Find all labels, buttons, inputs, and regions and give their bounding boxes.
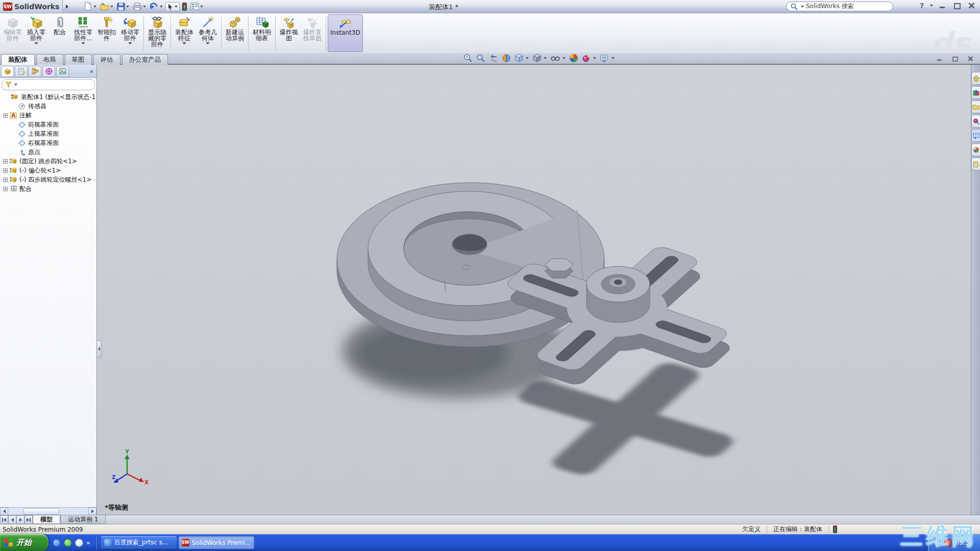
tree-item-eccentric-wheel[interactable]: + (-) 偏心轮<1> [0, 166, 96, 175]
expand-toggle[interactable]: + [3, 113, 8, 118]
ribbon-show-hidden-button[interactable]: 显示隐藏的零部件 [145, 14, 169, 52]
tree-item-geneva-wheel[interactable]: + (固定) 跳步四轮<1> [0, 157, 96, 166]
quick-launch-360-icon[interactable] [64, 539, 72, 547]
insert-component-dropdown-icon[interactable] [34, 42, 38, 44]
ribbon-insert-component-button[interactable]: 插入零部件 [24, 14, 48, 52]
ribbon-new-motion-study-button[interactable]: 新建运动算例 [223, 14, 247, 52]
previous-tab-button[interactable] [8, 515, 16, 524]
motion-study-tab[interactable]: 运动算例 1 [60, 515, 106, 524]
reference-geometry-dropdown-icon[interactable] [206, 42, 210, 44]
ribbon-reference-geometry-button[interactable]: 参考几何体 [196, 14, 219, 52]
options-dropdown-icon[interactable] [200, 6, 203, 8]
move-component-dropdown-icon[interactable] [128, 42, 132, 44]
select-dropdown-icon[interactable] [175, 6, 178, 8]
tab-layout[interactable]: 布局 [36, 54, 63, 65]
tree-horizontal-scrollbar[interactable] [0, 507, 96, 515]
save-button[interactable] [116, 2, 130, 11]
open-file-dropdown-icon[interactable] [110, 6, 113, 8]
expand-toggle[interactable]: + [3, 187, 8, 191]
status-traffic-light-icon[interactable] [833, 525, 837, 533]
ribbon-move-component-button[interactable]: 移动零部件 [118, 14, 142, 52]
taskbar-item-solidworks[interactable]: SW SolidWorks Premi... [179, 536, 254, 549]
tree-item-right-plane[interactable]: 右视基准面 [0, 138, 96, 147]
featuremanager-tab[interactable] [1, 66, 14, 77]
ribbon-exploded-view-button[interactable]: 爆炸视图 [277, 14, 301, 52]
assembly-features-dropdown-icon[interactable] [182, 42, 186, 44]
apply-scene-button[interactable] [569, 54, 578, 63]
linear-pattern-dropdown-icon[interactable] [81, 42, 85, 44]
options-button[interactable] [189, 2, 204, 11]
model-tab[interactable]: 模型 [33, 515, 60, 524]
ribbon-mate-button[interactable]: 配合 [48, 14, 71, 52]
tree-item-assembly-root[interactable]: 装配体1 (默认<显示状态-1>) [0, 92, 96, 102]
new-file-dropdown-icon[interactable] [93, 6, 96, 8]
tray-messenger-icon[interactable] [934, 539, 941, 546]
design-library-button[interactable] [971, 86, 980, 99]
solidworks-search-button[interactable] [971, 115, 980, 128]
view-palette-button[interactable] [971, 129, 980, 142]
edit-appearance-dropdown-icon[interactable] [593, 57, 596, 59]
quick-launch-overflow-chevron[interactable]: » [86, 539, 90, 546]
dimxpert-tab[interactable] [42, 66, 55, 77]
select-tool-button[interactable] [165, 2, 180, 11]
help-dropdown-icon[interactable] [930, 5, 933, 7]
start-button[interactable]: 开始 [0, 534, 48, 551]
view-settings-camera-button[interactable] [600, 54, 615, 63]
performance-button[interactable] [181, 2, 188, 11]
search-scope-dropdown-icon[interactable] [801, 6, 804, 8]
menu-expand-arrow-icon[interactable] [66, 5, 68, 9]
minimize-button[interactable] [938, 2, 947, 9]
edit-appearance-button[interactable] [582, 54, 596, 63]
tree-item-front-plane[interactable]: 前视基准面 [0, 120, 96, 129]
filter-dropdown-icon[interactable] [14, 84, 17, 86]
solidworks-resources-button[interactable] [971, 72, 980, 85]
expand-toggle[interactable]: + [3, 159, 8, 164]
graphics-viewport[interactable]: Y X Z *等轴测 [97, 65, 971, 515]
ribbon-linear-pattern-button[interactable]: 线性零部件... [71, 14, 95, 52]
propertymanager-tab[interactable] [15, 66, 28, 77]
first-tab-button[interactable] [0, 515, 8, 524]
search-input[interactable] [806, 3, 889, 10]
section-view-button[interactable] [502, 54, 511, 63]
ribbon-bill-of-materials-button[interactable]: 材料明细表 [250, 14, 274, 52]
print-dropdown-icon[interactable] [143, 6, 146, 8]
hide-show-items-button[interactable] [550, 54, 566, 63]
view-settings-dropdown-icon[interactable] [611, 57, 615, 59]
tab-assembly[interactable]: 装配体 [1, 54, 35, 65]
zoom-area-button[interactable] [476, 54, 485, 63]
tab-evaluate[interactable]: 评估 [93, 54, 120, 65]
tree-item-annotations[interactable]: + A 注解 [0, 111, 96, 120]
close-button[interactable] [967, 2, 976, 9]
tree-item-sensors[interactable]: 传感器 [0, 102, 96, 111]
panel-splitter-grip[interactable] [97, 340, 102, 358]
undo-dropdown-icon[interactable] [160, 6, 163, 8]
undo-button[interactable] [149, 2, 164, 11]
scrollbar-thumb[interactable] [23, 508, 59, 515]
tree-item-locating-screw[interactable]: + (-) 四步跳轮定位螺丝<1> [0, 175, 96, 184]
hide-show-dropdown-icon[interactable] [562, 57, 566, 59]
scroll-right-button[interactable] [88, 508, 96, 515]
view-orientation-dropdown-icon[interactable] [526, 57, 529, 59]
previous-view-button[interactable] [489, 54, 498, 63]
displaymanager-tab[interactable] [56, 66, 69, 77]
doc-minimize-button[interactable] [936, 56, 943, 61]
taskbar-item-baidu[interactable]: 百度搜索_prtsc s... [101, 536, 177, 549]
ribbon-smart-fasteners-button[interactable]: 智能扣件 [95, 14, 118, 52]
tab-sketch[interactable]: 草图 [65, 54, 92, 65]
open-file-button[interactable] [99, 2, 114, 11]
doc-restore-button[interactable] [951, 56, 959, 61]
scroll-left-button[interactable] [0, 508, 8, 515]
quick-launch-player-icon[interactable] [75, 539, 83, 547]
expand-toggle[interactable]: + [3, 168, 8, 173]
display-style-button[interactable] [532, 54, 547, 63]
tree-item-origin[interactable]: 原点 [0, 147, 96, 157]
tree-item-top-plane[interactable]: 上视基准面 [0, 129, 96, 138]
tree-filter-bar[interactable] [2, 79, 95, 90]
file-explorer-button[interactable] [971, 101, 980, 113]
custom-properties-button[interactable] [971, 158, 980, 170]
appearances-scenes-button[interactable] [971, 143, 980, 156]
tree-item-mates[interactable]: + 配合 [0, 184, 96, 193]
last-tab-button[interactable] [24, 515, 33, 524]
restore-button[interactable] [952, 2, 962, 9]
tab-office-products[interactable]: 办公室产品 [122, 54, 168, 65]
